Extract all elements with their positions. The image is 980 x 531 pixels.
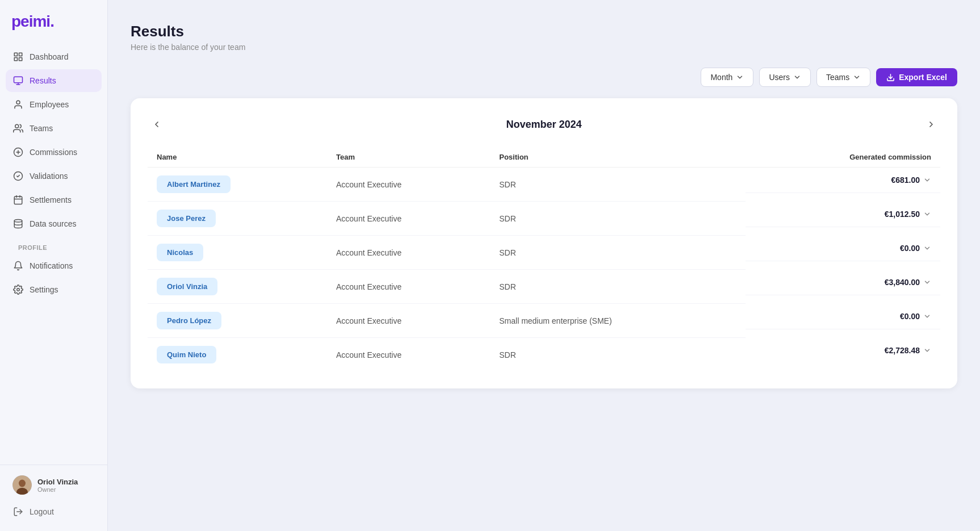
svg-rect-3 (14, 58, 17, 61)
table-row[interactable]: Quim Nieto Account Executive SDR €2,728.… (148, 338, 940, 372)
page-subtitle: Here is the balance of your team (131, 43, 957, 52)
expand-icon[interactable] (923, 278, 931, 286)
expand-icon[interactable] (923, 176, 931, 184)
nav-label: Dashboard (30, 52, 69, 61)
svg-rect-1 (19, 53, 22, 56)
sidebar-item-dashboard[interactable]: Dashboard (6, 45, 102, 68)
position-cell: SDR (490, 202, 746, 236)
avatar (12, 475, 32, 495)
svg-point-20 (19, 480, 26, 487)
table-row[interactable]: Albert Martinez Account Executive SDR €6… (148, 168, 940, 202)
page-title: Results (131, 23, 957, 40)
nav-label: Employees (30, 100, 69, 109)
position-cell: SDR (490, 236, 746, 270)
commission-amount: €0.00 (900, 244, 920, 253)
name-badge: Nicolas (157, 244, 203, 261)
employee-name-cell: Pedro López (148, 304, 327, 338)
profile-section-label: PROFILE (6, 236, 102, 254)
current-user[interactable]: Oriol Vinzia Owner (6, 471, 102, 499)
sidebar-item-validations[interactable]: Validations (6, 165, 102, 187)
table-row[interactable]: Jose Perez Account Executive SDR €1,012.… (148, 202, 940, 236)
brand-name: peimi. (11, 12, 54, 30)
sidebar-item-teams[interactable]: Teams (6, 117, 102, 140)
commissions-icon (12, 147, 24, 158)
employees-icon (12, 99, 24, 110)
sidebar-item-commissions[interactable]: Commissions (6, 141, 102, 164)
logo: peimi. (0, 0, 107, 41)
nav-label: Notifications (30, 261, 73, 270)
position-cell: SDR (490, 270, 746, 304)
teams-filter-label: Teams (826, 73, 849, 82)
team-cell: Account Executive (327, 202, 490, 236)
sidebar-item-results[interactable]: Results (6, 69, 102, 92)
table-row[interactable]: Oriol Vinzia Account Executive SDR €3,84… (148, 270, 940, 304)
page-header: Results Here is the balance of your team (131, 23, 957, 52)
nav-label: Validations (30, 172, 68, 181)
nav-label: Commissions (30, 148, 77, 157)
month-filter-label: Month (710, 73, 732, 82)
commission-cell: €681.00 (746, 168, 940, 193)
prev-month-button[interactable] (148, 115, 166, 133)
sidebar-item-employees[interactable]: Employees (6, 93, 102, 116)
team-cell: Account Executive (327, 236, 490, 270)
svg-point-8 (15, 124, 19, 128)
sidebar-item-settings[interactable]: Settings (6, 278, 102, 301)
name-badge: Albert Martinez (157, 175, 231, 193)
expand-icon[interactable] (923, 210, 931, 218)
svg-point-7 (16, 101, 20, 104)
settlements-icon (12, 194, 24, 206)
expand-icon[interactable] (923, 346, 931, 354)
table-row[interactable]: Nicolas Account Executive SDR €0.00 (148, 236, 940, 270)
teams-filter-button[interactable]: Teams (816, 68, 870, 87)
svg-rect-13 (14, 196, 22, 204)
nav-label: Settings (30, 285, 58, 294)
svg-point-17 (14, 220, 22, 223)
commission-amount: €2,728.48 (885, 346, 920, 355)
export-excel-button[interactable]: Export Excel (876, 68, 957, 86)
users-filter-button[interactable]: Users (759, 68, 811, 87)
chevron-down-icon (736, 73, 744, 81)
commission-amount: €1,012.50 (885, 210, 920, 219)
sidebar-item-settlements[interactable]: Settlements (6, 189, 102, 211)
employee-name-cell: Albert Martinez (148, 168, 327, 202)
nav-label: Teams (30, 124, 53, 133)
sidebar-item-data_sources[interactable]: Data sources (6, 212, 102, 235)
results-table: NameTeamPositionGenerated commission Alb… (148, 147, 940, 371)
chevron-right-icon (927, 120, 936, 129)
expand-icon[interactable] (923, 244, 931, 252)
commission-cell: €2,728.48 (746, 338, 940, 363)
month-filter-button[interactable]: Month (701, 68, 753, 87)
team-cell: Account Executive (327, 270, 490, 304)
nav-label: Settlements (30, 195, 72, 204)
settings-icon (12, 284, 24, 295)
commission-cell: €0.00 (746, 236, 940, 261)
commission-cell: €3,840.00 (746, 270, 940, 295)
team-cell: Account Executive (327, 338, 490, 372)
sidebar-item-notifications[interactable]: Notifications (6, 254, 102, 277)
table-column-header: Team (327, 147, 490, 168)
user-details: Oriol Vinzia Owner (37, 478, 78, 493)
chevron-down-icon (853, 73, 861, 81)
expand-icon[interactable] (923, 312, 931, 320)
table-column-header: Name (148, 147, 327, 168)
main-nav: DashboardResultsEmployeesTeamsCommission… (0, 41, 107, 465)
name-badge: Pedro López (157, 312, 221, 329)
nav-label: Data sources (30, 219, 76, 228)
users-filter-label: Users (769, 73, 790, 82)
name-badge: Oriol Vinzia (157, 278, 217, 295)
validations-icon (12, 170, 24, 182)
month-title: November 2024 (506, 119, 581, 131)
sidebar-bottom: Oriol Vinzia Owner Logout (0, 465, 107, 531)
svg-rect-4 (14, 77, 23, 83)
employee-name-cell: Nicolas (148, 236, 327, 270)
logout-button[interactable]: Logout (6, 501, 102, 522)
results-card: November 2024 NameTeamPositionGenerated … (131, 98, 957, 388)
download-icon (886, 73, 895, 82)
table-row[interactable]: Pedro López Account Executive Small medi… (148, 304, 940, 338)
nav-label: Results (30, 76, 56, 85)
employee-name-cell: Oriol Vinzia (148, 270, 327, 304)
position-cell: SDR (490, 338, 746, 372)
svg-rect-2 (19, 58, 22, 61)
toolbar: Month Users Teams Export Excel (131, 68, 957, 87)
next-month-button[interactable] (922, 115, 940, 133)
